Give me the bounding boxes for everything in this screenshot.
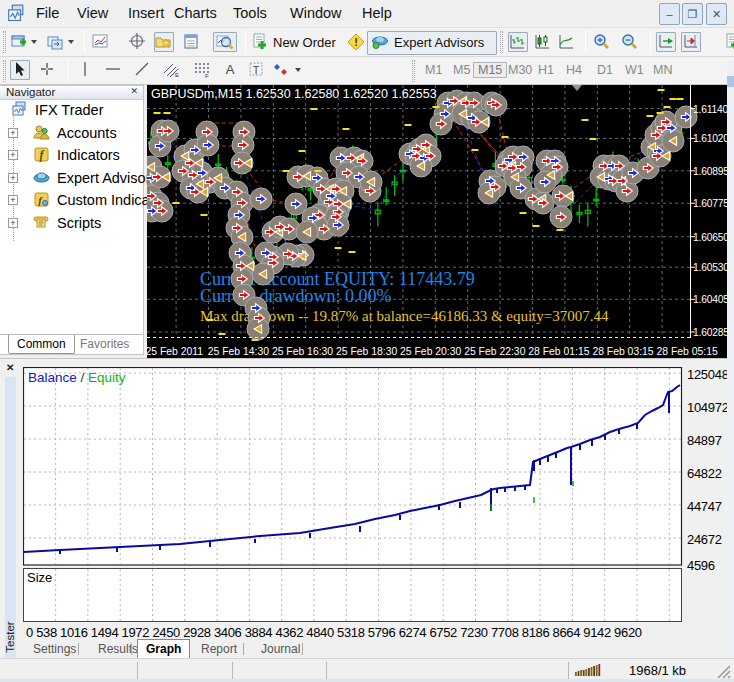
svg-text:Current drawdown: 0.00%: Current drawdown: 0.00% bbox=[200, 286, 391, 306]
svg-text:1.60285: 1.60285 bbox=[693, 327, 729, 338]
svg-text:1.60775: 1.60775 bbox=[693, 198, 729, 209]
svg-text:A: A bbox=[226, 62, 235, 77]
svg-text:Size: Size bbox=[27, 570, 52, 585]
svg-text:T: T bbox=[253, 65, 259, 76]
svg-text:GBPUSDm,M15 1.62530 1.62580 1: GBPUSDm,M15 1.62530 1.62580 1.62520 1.62… bbox=[151, 87, 437, 101]
svg-text:1.60650: 1.60650 bbox=[693, 232, 729, 243]
svg-text:1.61140: 1.61140 bbox=[693, 104, 729, 115]
svg-text:25 Feb 22:30: 25 Feb 22:30 bbox=[464, 346, 525, 357]
svg-text:25 Feb 18:30: 25 Feb 18:30 bbox=[336, 346, 397, 357]
svg-text:1.60895: 1.60895 bbox=[693, 166, 729, 177]
svg-text:28 Feb 03:15: 28 Feb 03:15 bbox=[592, 346, 653, 357]
svg-text:1.60530: 1.60530 bbox=[693, 262, 729, 273]
svg-text:25 Feb 16:30: 25 Feb 16:30 bbox=[272, 346, 333, 357]
svg-text:F: F bbox=[205, 73, 209, 79]
svg-text:!: ! bbox=[354, 36, 358, 48]
svg-text:1.61020: 1.61020 bbox=[693, 133, 729, 144]
svg-text:Balance / Equity: Balance / Equity bbox=[28, 370, 126, 385]
svg-text:28 Feb 05:15: 28 Feb 05:15 bbox=[656, 346, 717, 357]
svg-text:1.60405: 1.60405 bbox=[693, 294, 729, 305]
svg-text:E: E bbox=[175, 72, 179, 78]
svg-text:28 Feb 01:15: 28 Feb 01:15 bbox=[528, 346, 589, 357]
svg-text:25 Feb 14:30: 25 Feb 14:30 bbox=[208, 346, 269, 357]
svg-text:25 Feb 2011: 25 Feb 2011 bbox=[147, 346, 203, 357]
svg-text:25 Feb 20:30: 25 Feb 20:30 bbox=[400, 346, 461, 357]
